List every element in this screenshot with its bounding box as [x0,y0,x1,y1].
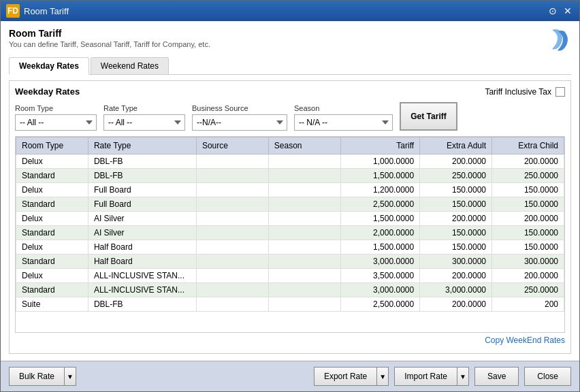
cell-room-type: Delux [16,183,88,197]
cell-room-type: Standard [16,255,88,269]
cell-tariff: 1,200.0000 [340,183,419,197]
tariff-inclusive-checkbox[interactable] [555,87,565,97]
cell-season [268,154,340,169]
cell-season [268,212,340,226]
main-window: FD Room Tariff ⊙ ✕ Room Tariff You can d… [0,0,580,392]
cell-room-type: Standard [16,226,88,240]
cell-source [196,269,268,283]
cell-extra-child: 200.0000 [492,154,564,169]
page-title-block: Room Tariff You can define Tariff, Seaso… [9,28,210,48]
table-row[interactable]: SuiteDBL-FB2,500.0000200.0000200 [16,297,564,312]
cell-rate-type: DBL-FB [88,297,196,312]
table-row[interactable]: StandardDBL-FB1,500.0000250.0000250.0000 [16,169,564,183]
cell-room-type: Standard [16,197,88,212]
export-rate-split-btn: Export Rate ▼ [314,367,389,386]
title-bar-buttons: ⊙ ✕ [547,5,574,17]
col-header-room-type: Room Type [16,137,88,154]
col-header-extra-child: Extra Child [492,137,564,154]
cell-rate-type: AI Silver [88,212,196,226]
cell-tariff: 2,500.0000 [340,197,419,212]
import-rate-button[interactable]: Import Rate [394,367,457,386]
col-header-extra-adult: Extra Adult [420,137,492,154]
cell-source [196,297,268,312]
business-source-label: Business Source [192,104,287,112]
room-type-select[interactable]: -- All -- Delux Standard Suite [15,114,97,131]
close-window-button[interactable]: ✕ [562,5,574,17]
get-tariff-button[interactable]: Get Tariff [400,102,457,131]
cell-extra-adult: 300.0000 [420,255,492,269]
cell-tariff: 2,500.0000 [340,297,419,312]
cell-rate-type: ALL-INCLUSIVE STAN... [88,269,196,283]
cell-extra-child: 150.0000 [492,197,564,212]
bulk-rate-split-btn: Bulk Rate ▼ [9,367,76,386]
cell-room-type: Delux [16,269,88,283]
cell-rate-type: DBL-FB [88,169,196,183]
season-filter: Season -- N/A -- [294,104,393,131]
bulk-rate-dropdown-arrow[interactable]: ▼ [64,367,76,386]
table-row[interactable]: StandardAI Silver2,000.0000150.0000150.0… [16,226,564,240]
export-rate-dropdown-arrow[interactable]: ▼ [376,367,389,386]
rates-panel: Weekday Rates Tariff Inclusive Tax Room … [9,80,571,354]
season-select[interactable]: -- N/A -- [294,114,393,131]
cell-extra-adult: 150.0000 [420,197,492,212]
cell-extra-child: 200.0000 [492,269,564,283]
footer-right: Export Rate ▼ Import Rate ▼ Save Close [314,367,571,386]
table-row[interactable]: StandardFull Board2,500.0000150.0000150.… [16,197,564,212]
table-row[interactable]: DeluxALL-INCLUSIVE STAN...3,500.0000200.… [16,269,564,283]
panel-header: Weekday Rates Tariff Inclusive Tax [15,86,565,97]
help-button[interactable]: ⊙ [547,5,559,17]
tariff-inclusive-tax: Tariff Inclusive Tax [485,87,565,97]
table-row[interactable]: StandardHalf Board3,000.0000300.0000300.… [16,255,564,269]
table-row[interactable]: DeluxHalf Board1,500.0000150.0000150.000… [16,240,564,255]
col-header-tariff: Tariff [340,137,419,154]
cell-extra-adult: 200.0000 [420,269,492,283]
cell-season [268,283,340,297]
page-subtitle: You can define Tariff, Seasonal Tariff, … [9,40,210,48]
import-rate-dropdown-arrow[interactable]: ▼ [457,367,469,386]
export-rate-button[interactable]: Export Rate [314,367,376,386]
cell-source [196,154,268,169]
table-row[interactable]: DeluxAI Silver1,500.0000200.0000200.0000 [16,212,564,226]
cell-room-type: Suite [16,297,88,312]
room-type-filter: Room Type -- All -- Delux Standard Suite [15,104,97,131]
cell-rate-type: DBL-FB [88,154,196,169]
page-header: Room Tariff You can define Tariff, Seaso… [9,28,571,52]
rate-type-select[interactable]: -- All -- [103,114,185,131]
cell-rate-type: Full Board [88,197,196,212]
page-title: Room Tariff [9,28,210,39]
col-header-season: Season [268,137,340,154]
tab-weekend-rates[interactable]: Weekend Rates [91,57,169,74]
cell-season [268,269,340,283]
window-title: Room Tariff [24,6,69,16]
tab-weekday-rates[interactable]: Weekday Rates [9,57,89,75]
cell-extra-child: 250.0000 [492,169,564,183]
table-row[interactable]: StandardALL-INCLUSIVE STAN...3,000.00003… [16,283,564,297]
main-content: Room Tariff You can define Tariff, Seaso… [1,21,579,361]
cell-extra-child: 250.0000 [492,283,564,297]
bulk-rate-button[interactable]: Bulk Rate [9,367,64,386]
table-container[interactable]: Room Type Rate Type Source Season Tariff… [15,136,565,333]
save-button[interactable]: Save [474,367,519,386]
footer: Bulk Rate ▼ Export Rate ▼ Import Rate ▼ … [1,361,579,391]
cell-tariff: 1,500.0000 [340,212,419,226]
cell-room-type: Delux [16,154,88,169]
cell-extra-child: 150.0000 [492,183,564,197]
business-source-filter: Business Source --N/A-- [192,104,287,131]
cell-source [196,212,268,226]
cell-source [196,183,268,197]
cell-room-type: Delux [16,212,88,226]
cell-extra-adult: 150.0000 [420,240,492,255]
cell-tariff: 3,500.0000 [340,269,419,283]
rate-type-filter: Rate Type -- All -- [103,104,185,131]
table-header: Room Type Rate Type Source Season Tariff… [16,137,564,154]
cell-extra-adult: 200.0000 [420,154,492,169]
copy-weekend-link[interactable]: Copy WeekEnd Rates [485,336,565,345]
rates-table: Room Type Rate Type Source Season Tariff… [16,137,564,312]
table-row[interactable]: DeluxFull Board1,200.0000150.0000150.000… [16,183,564,197]
table-row[interactable]: DeluxDBL-FB1,000.0000200.0000200.0000 [16,154,564,169]
cell-tariff: 1,000.0000 [340,154,419,169]
close-button[interactable]: Close [524,367,571,386]
cell-extra-child: 200 [492,297,564,312]
cell-source [196,197,268,212]
business-source-select[interactable]: --N/A-- [192,114,287,131]
